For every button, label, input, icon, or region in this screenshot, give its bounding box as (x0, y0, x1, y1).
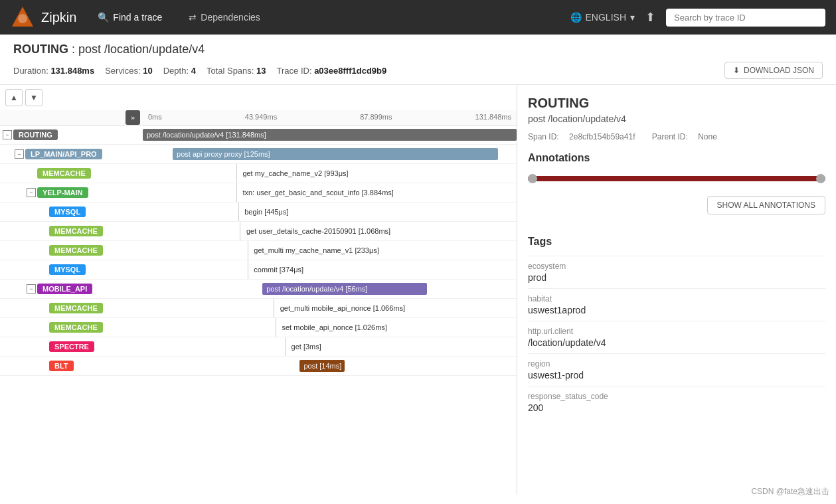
row-spans-area: txn: user_get_basic_and_scout_info [3.88… (143, 183, 517, 202)
expand-controls: ▲ ▼ (0, 85, 517, 110)
row-spans-area: get_multi my_cache_name_v1 [233μs] (143, 241, 517, 260)
tag-key: habitat (528, 294, 825, 303)
row-spans-area: get_multi mobile_api_nonce [1.066ms] (143, 299, 517, 317)
zipkin-logo-icon (11, 5, 35, 29)
tag-row: response_status_code200 (528, 386, 825, 418)
service-badge: MYSQL (49, 264, 86, 275)
span-label: commit [374μs] (251, 266, 303, 274)
parent-id-value: None (698, 132, 717, 141)
row-spans-area: post /location/update/v4 [56ms] (143, 280, 517, 298)
trace-row[interactable]: MEMCACHEget_multi my_cache_name_v1 [233μ… (0, 241, 517, 260)
annotations-dot-end (816, 174, 825, 183)
annotations-section-title: Annotations (528, 152, 825, 164)
service-badge: ROUTING (13, 129, 58, 140)
details-panel: ROUTING post /location/update/v4 Span ID… (517, 85, 836, 495)
span-line (274, 299, 274, 317)
span-line (236, 183, 237, 202)
span-bar[interactable]: post /location/update/v4 [56ms] (262, 283, 427, 295)
nav-find-trace-label: Find a trace (113, 12, 162, 23)
upload-button[interactable]: ⬆ (645, 10, 655, 25)
trace-row[interactable]: MYSQLbegin [445μs] (0, 203, 517, 222)
timeline-header: » 0ms 43.949ms 87.899ms 131.848ms (0, 110, 517, 126)
main-content: ▲ ▼ » 0ms 43.949ms 87.899ms 131.848ms −R… (0, 85, 836, 495)
tag-key: ecosystem (528, 262, 825, 271)
span-line (276, 318, 276, 337)
chevron-down-icon: ▾ (630, 12, 635, 23)
trace-rows: −ROUTINGpost /location/update/v4 [131.84… (0, 126, 517, 376)
span-bar[interactable]: post /location/update/v4 [131.848ms] (143, 129, 517, 141)
trace-row[interactable]: BLTpost [14ms] (0, 357, 517, 376)
trace-row[interactable]: −YELP-MAINtxn: user_get_basic_and_scout_… (0, 183, 517, 203)
collapse-button[interactable]: − (27, 188, 36, 197)
trace-row[interactable]: −ROUTINGpost /location/update/v4 [131.84… (0, 126, 517, 145)
details-operation: post /location/update/v4 (528, 114, 825, 124)
upload-icon: ⬆ (645, 11, 655, 24)
span-line (240, 222, 240, 240)
service-badge: SPECTRE (49, 341, 94, 352)
row-service-col: −ROUTING (0, 128, 143, 141)
tag-value: 200 (528, 402, 825, 413)
total-spans-meta: Total Spans: 13 (207, 66, 266, 76)
logo: Zipkin (11, 5, 76, 29)
row-service-col: MEMCACHE (0, 321, 143, 334)
trace-row[interactable]: SPECTREget [3ms] (0, 337, 517, 357)
trace-row[interactable]: MEMCACHEset mobile_api_nonce [1.026ms] (0, 318, 517, 337)
service-badge: BLT (49, 361, 74, 371)
svg-point-1 (18, 14, 27, 23)
row-spans-area: get [3ms] (143, 337, 517, 356)
row-service-col: −MOBILE_API (0, 282, 143, 295)
span-label: get user_details_cache-20150901 [1.068ms… (244, 227, 390, 235)
tags-section-title: Tags (528, 236, 825, 248)
header: Zipkin 🔍 Find a trace ⇄ Dependencies 🌐 E… (0, 0, 836, 35)
row-spans-area: post /location/update/v4 [131.848ms] (143, 126, 517, 144)
expand-all-button[interactable]: » (125, 110, 140, 125)
page-operation: post /location/update/v4 (78, 42, 205, 56)
timeline-ticks: 0ms 43.949ms 87.899ms 131.848ms (143, 110, 517, 125)
tag-value: /location/update/v4 (528, 337, 825, 348)
trace-id-meta: Trace ID: a03ee8fff1dcd9b9 (277, 66, 387, 76)
collapse-button[interactable]: − (27, 284, 36, 294)
span-label: get my_cache_name_v2 [993μs] (240, 169, 348, 177)
trace-search-input[interactable] (666, 9, 825, 27)
tag-row: http.uri.client/location/update/v4 (528, 321, 825, 353)
trace-row[interactable]: −LP_MAIN/API_PROpost api proxy proxy [12… (0, 145, 517, 164)
collapse-button[interactable]: − (15, 149, 24, 159)
span-bar[interactable]: post [14ms] (299, 360, 345, 372)
expand-down-button[interactable]: ▼ (25, 89, 42, 106)
show-all-annotations-button[interactable]: SHOW ALL ANNOTATIONS (707, 196, 825, 214)
details-service-name: ROUTING (528, 96, 825, 111)
expand-up-button[interactable]: ▲ (5, 89, 23, 106)
trace-row[interactable]: −MOBILE_APIpost /location/update/v4 [56m… (0, 280, 517, 299)
service-col-header: » (0, 110, 143, 125)
tag-value: uswest1aprod (528, 305, 825, 315)
depth-meta: Depth: 4 (163, 66, 196, 76)
tick-0: 0ms (148, 113, 162, 122)
tick-3: 131.848ms (475, 113, 511, 122)
nav-find-trace[interactable]: 🔍 Find a trace (92, 9, 167, 25)
download-icon: ⬇ (733, 66, 740, 75)
span-line (238, 203, 239, 221)
trace-row[interactable]: MEMCACHEget_multi mobile_api_nonce [1.06… (0, 299, 517, 318)
download-json-button[interactable]: ⬇ DOWNLOAD JSON (724, 62, 823, 79)
span-bar[interactable]: post api proxy proxy [125ms] (173, 148, 498, 160)
logo-text: Zipkin (41, 10, 76, 25)
nav-dependencies[interactable]: ⇄ Dependencies (183, 9, 266, 25)
tag-key: response_status_code (528, 392, 825, 401)
trace-row[interactable]: MEMCACHEget user_details_cache-20150901 … (0, 222, 517, 241)
service-badge: MYSQL (49, 207, 86, 217)
row-spans-area: begin [445μs] (143, 203, 517, 221)
search-nav-icon: 🔍 (98, 12, 109, 23)
tag-key: http.uri.client (528, 327, 825, 336)
trace-row[interactable]: MYSQLcommit [374μs] (0, 260, 517, 280)
span-id-label: Span ID: (528, 132, 559, 141)
row-spans-area: commit [374μs] (143, 260, 517, 279)
service-badge: MOBILE_API (37, 284, 92, 294)
language-selector[interactable]: 🌐 ENGLISH ▾ (570, 12, 635, 23)
collapse-button[interactable]: − (3, 130, 12, 139)
span-line (285, 337, 286, 356)
trace-row[interactable]: MEMCACHEget my_cache_name_v2 [993μs] (0, 164, 517, 183)
span-meta: Span ID: 2e8cfb154b59a41f Parent ID: Non… (528, 132, 825, 141)
row-service-col: −YELP-MAIN (0, 186, 143, 199)
row-service-col: BLT (0, 359, 143, 373)
tag-value: prod (528, 272, 825, 283)
